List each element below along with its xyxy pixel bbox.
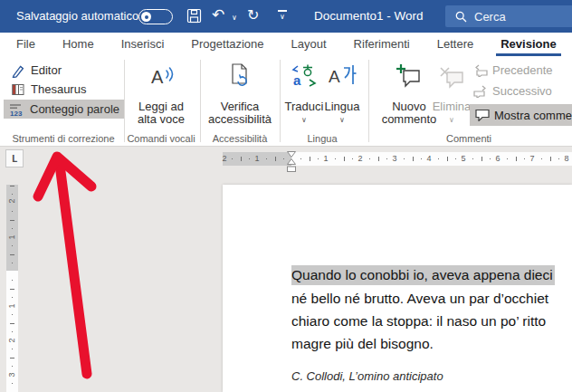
group-separator: [124, 60, 125, 142]
group-separator: [280, 60, 281, 142]
ruler-number: 2: [7, 336, 16, 345]
ruler-number: 1: [7, 233, 16, 242]
undo-dropdown-chevron-icon[interactable]: ∨: [232, 14, 237, 22]
word-window: Salvataggio automatico ↶ ∨ ↻ ∨ Documento…: [0, 0, 572, 392]
previous-comment-icon: [473, 64, 488, 77]
indent-markers[interactable]: [285, 151, 298, 174]
read-aloud-label-2: alta voce: [129, 113, 194, 125]
group-label-proofing: Strumenti di correzione: [0, 133, 127, 144]
group-label-comments: Commenti: [373, 133, 565, 144]
tab-progettazione[interactable]: Progettazione: [191, 33, 263, 56]
group-separator: [200, 60, 201, 142]
next-comment-button[interactable]: Successivo: [473, 84, 552, 98]
title-bar: Salvataggio automatico ↶ ∨ ↻ ∨ Documento…: [0, 0, 572, 33]
ruler-number: 2: [221, 154, 228, 164]
ruler-number: 1: [7, 301, 16, 311]
translate-icon: a: [284, 62, 324, 90]
autosave-label: Salvataggio automatico: [16, 9, 138, 23]
ruler-number: 8: [563, 154, 570, 164]
ruler-number: 7: [529, 154, 536, 164]
show-comments-label: Mostra commen: [494, 109, 572, 122]
redo-icon[interactable]: ↻: [247, 7, 259, 23]
thesaurus-button[interactable]: Thesaurus: [5, 80, 91, 99]
ribbon-tab-row: File Home Inserisci Progettazione Layout…: [0, 33, 572, 56]
tab-riferimenti[interactable]: Riferimenti: [354, 33, 410, 56]
quick-access-chevron-icon[interactable]: ∨: [277, 10, 288, 21]
tab-lettere[interactable]: Lettere: [437, 33, 473, 56]
search-icon: [455, 11, 467, 23]
translate-dropdown-chevron-icon[interactable]: ∨: [284, 116, 324, 124]
autosave-toggle-knob: [141, 12, 151, 22]
vertical-ruler[interactable]: 2 1 1 2 3: [6, 185, 18, 392]
thesaurus-label: Thesaurus: [31, 82, 86, 96]
read-aloud-label-1: Leggi ad: [129, 100, 194, 112]
citation-line[interactable]: C. Collodi, L’omino anticipato: [291, 369, 443, 383]
language-dropdown-chevron-icon[interactable]: ∨: [323, 116, 361, 124]
group-label-accessibility: Accessibilità: [205, 133, 274, 144]
tab-stop-selector[interactable]: L: [5, 149, 24, 167]
next-comment-label: Successivo: [492, 84, 552, 98]
editor-label: Editor: [31, 63, 62, 77]
search-box[interactable]: Cerca: [445, 5, 572, 27]
svg-text:a: a: [293, 72, 301, 88]
accessibility-check-icon: [205, 62, 274, 90]
read-aloud-icon: A: [129, 62, 194, 90]
workspace: L 2 1 1 2 3 4 5 6 7 8 2: [0, 147, 572, 392]
delete-dropdown-chevron-icon[interactable]: ∨: [429, 116, 474, 124]
ruler-number: 6: [494, 154, 501, 164]
read-aloud-button[interactable]: A Leggi ad alta voce: [129, 58, 194, 129]
ruler-number: 5: [460, 154, 467, 164]
language-button[interactable]: A Lingua ∨: [323, 58, 361, 129]
editor-pen-icon: [11, 63, 25, 78]
paragraph-line[interactable]: chiaro come la stoppa: il naso un po’ ri…: [291, 313, 546, 330]
group-label-language: Lingua: [282, 133, 362, 144]
delete-comment-label: Elimina: [429, 100, 474, 112]
delete-comment-button[interactable]: Elimina ∨: [429, 58, 474, 129]
tab-file[interactable]: File: [16, 33, 35, 56]
thesaurus-book-icon: [11, 82, 25, 97]
tab-layout[interactable]: Layout: [291, 33, 327, 56]
editor-button[interactable]: Editor: [5, 61, 67, 80]
word-count-label: Conteggio parole: [30, 102, 119, 116]
ruler-number: 2: [357, 154, 364, 164]
selected-text: Quando lo conobbi io, aveva appena dieci: [291, 265, 555, 285]
language-label: Lingua: [323, 100, 361, 112]
check-accessibility-button[interactable]: Verifica accessibilità: [205, 58, 274, 129]
previous-comment-button[interactable]: Precedente: [473, 63, 553, 77]
document-page[interactable]: Quando lo conobbi io, aveva appena dieci…: [223, 185, 572, 392]
paragraph-line[interactable]: né bello né brutto. Aveva un par d’occhi…: [291, 291, 548, 307]
search-label: Cerca: [474, 10, 506, 24]
ruler-number: 1: [322, 154, 329, 164]
language-icon: A: [323, 62, 361, 88]
undo-icon[interactable]: ↶: [212, 7, 224, 23]
document-title: Documento1 - Word: [314, 9, 424, 23]
svg-text:A: A: [329, 67, 340, 86]
delete-comment-icon: [429, 66, 474, 90]
tab-inserisci[interactable]: Inserisci: [121, 33, 165, 56]
ribbon: Editor Thesaurus 123: [0, 56, 572, 147]
ruler-number: 2: [7, 196, 16, 206]
next-comment-icon: [473, 85, 488, 98]
ruler-number: 3: [391, 154, 398, 164]
paragraph-line[interactable]: magre più del bisogno.: [291, 336, 434, 352]
show-comments-icon: [475, 109, 490, 121]
autosave-toggle[interactable]: [138, 9, 173, 24]
svg-text:A: A: [151, 67, 164, 87]
ruler-number: 1: [253, 154, 261, 164]
horizontal-ruler[interactable]: 2 1 1 2 3 4 5 6 7 8: [223, 152, 572, 166]
save-icon[interactable]: [186, 8, 202, 24]
check-accessibility-label-2: accessibilità: [205, 113, 274, 125]
translate-button[interactable]: a Traduci ∨: [284, 58, 324, 129]
svg-text:123: 123: [10, 109, 23, 117]
group-label-voice: Comandi vocali: [125, 133, 197, 144]
ruler-number: 3: [7, 370, 16, 379]
word-count-icon: 123: [9, 102, 24, 117]
previous-comment-label: Precedente: [492, 63, 553, 77]
show-comments-button[interactable]: Mostra commen: [470, 104, 572, 126]
paragraph-line[interactable]: Quando lo conobbi io, aveva appena dieci: [291, 267, 555, 283]
ruler-number: 4: [425, 154, 433, 164]
check-accessibility-label-1: Verifica: [205, 100, 274, 112]
tab-revisione[interactable]: Revisione: [500, 33, 556, 56]
word-count-button[interactable]: 123 Conteggio parole: [4, 100, 125, 119]
tab-home[interactable]: Home: [62, 33, 94, 56]
